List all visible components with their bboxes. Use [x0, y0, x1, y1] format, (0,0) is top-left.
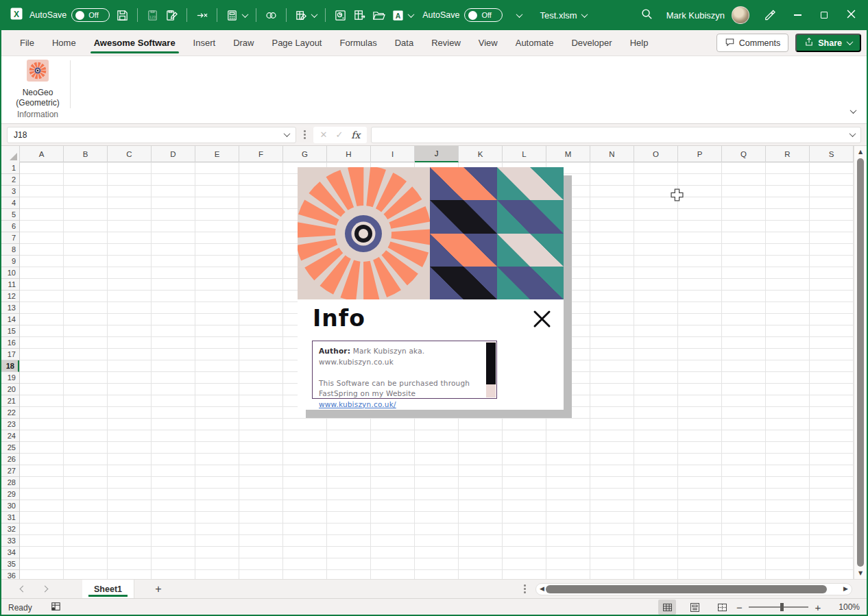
row-header-18[interactable]: 18 — [1, 360, 19, 372]
tab-insert[interactable]: Insert — [184, 30, 225, 56]
tab-help[interactable]: Help — [621, 30, 658, 56]
row-header-2[interactable]: 2 — [1, 174, 19, 186]
textbox-scrollbar[interactable] — [486, 342, 496, 397]
cancel-icon[interactable]: ✕ — [320, 130, 328, 140]
sheet-export-icon[interactable] — [353, 9, 366, 22]
row-header-33[interactable]: 33 — [1, 535, 19, 547]
formula-input[interactable] — [371, 127, 861, 143]
normal-view-icon[interactable] — [658, 600, 676, 615]
column-header-M[interactable]: M — [546, 146, 590, 162]
delete-row-icon[interactable] — [195, 9, 208, 22]
scroll-right-icon[interactable]: ▶ — [843, 585, 848, 592]
tab-awesome-software[interactable]: Awesome Software — [85, 30, 184, 56]
qat-overflow-icon[interactable] — [516, 11, 523, 18]
dialog-close-icon[interactable] — [532, 309, 552, 332]
row-header-23[interactable]: 23 — [1, 419, 19, 430]
column-header-H[interactable]: H — [327, 146, 371, 162]
zoom-in-button[interactable]: + — [815, 602, 821, 613]
neogeo-geometric-button[interactable]: NeoGeo (Geometric) — [7, 60, 69, 108]
tab-formulas[interactable]: Formulas — [330, 30, 385, 56]
search-icon[interactable] — [640, 8, 653, 23]
column-header-L[interactable]: L — [503, 146, 546, 162]
horizontal-scroll-thumb[interactable] — [546, 585, 827, 593]
row-header-8[interactable]: 8 — [1, 244, 19, 256]
row-header-9[interactable]: 9 — [1, 256, 19, 267]
row-header-28[interactable]: 28 — [1, 477, 19, 489]
next-sheet-icon[interactable] — [42, 586, 49, 593]
workbook-icon[interactable] — [334, 9, 347, 22]
row-header-4[interactable]: 4 — [1, 197, 19, 209]
row-header-22[interactable]: 22 — [1, 407, 19, 419]
page-layout-view-icon[interactable] — [686, 600, 703, 615]
zoom-out-button[interactable]: − — [736, 602, 743, 613]
row-header-35[interactable]: 35 — [1, 558, 19, 570]
link-icon[interactable] — [265, 9, 278, 22]
column-header-Q[interactable]: Q — [722, 146, 766, 162]
insert-function-icon[interactable]: fx — [351, 130, 360, 140]
dialog-textbox[interactable]: Author: Mark Kubiszyn aka. www.kubiszyn.… — [312, 341, 497, 399]
row-header-24[interactable]: 24 — [1, 430, 19, 442]
share-button[interactable]: Share — [795, 34, 861, 52]
textbox-scroll-thumb[interactable] — [486, 343, 496, 384]
row-header-21[interactable]: 21 — [1, 395, 19, 407]
tab-automate[interactable]: Automate — [507, 30, 563, 56]
row-header-5[interactable]: 5 — [1, 209, 19, 221]
tab-file[interactable]: File — [11, 30, 43, 56]
macro-record-icon[interactable] — [50, 602, 62, 614]
collapse-ribbon-icon[interactable] — [850, 107, 857, 114]
sheet-tab-sheet1[interactable]: Sheet1 — [82, 580, 134, 598]
folder-open-icon[interactable] — [372, 9, 385, 22]
tab-view[interactable]: View — [470, 30, 507, 56]
column-header-B[interactable]: B — [64, 146, 108, 162]
row-header-7[interactable]: 7 — [1, 232, 19, 244]
row-header-29[interactable]: 29 — [1, 489, 19, 500]
row-header-11[interactable]: 11 — [1, 279, 19, 291]
expand-formula-bar-icon[interactable] — [849, 130, 856, 137]
save-icon[interactable] — [116, 9, 129, 22]
row-header-31[interactable]: 31 — [1, 512, 19, 523]
tab-draw[interactable]: Draw — [224, 30, 263, 56]
row-header-15[interactable]: 15 — [1, 325, 19, 337]
scroll-up-icon[interactable]: ▲ — [854, 149, 867, 155]
row-header-16[interactable]: 16 — [1, 337, 19, 349]
zoom-slider-thumb[interactable] — [780, 603, 784, 611]
column-header-J[interactable]: J — [415, 146, 459, 162]
user-avatar[interactable] — [732, 6, 749, 24]
scroll-left-icon[interactable]: ◀ — [540, 585, 544, 592]
row-header-30[interactable]: 30 — [1, 500, 19, 512]
column-header-R[interactable]: R — [766, 146, 810, 162]
column-header-P[interactable]: P — [678, 146, 722, 162]
row-header-6[interactable]: 6 — [1, 221, 19, 232]
row-header-1[interactable]: 1 — [1, 162, 19, 174]
column-header-I[interactable]: I — [371, 146, 415, 162]
row-header-12[interactable]: 12 — [1, 291, 19, 302]
column-header-G[interactable]: G — [283, 146, 327, 162]
tab-page-layout[interactable]: Page Layout — [263, 30, 330, 56]
tab-review[interactable]: Review — [422, 30, 470, 56]
inking-pen-icon[interactable] — [763, 8, 776, 23]
column-header-A[interactable]: A — [20, 146, 64, 162]
column-header-C[interactable]: C — [108, 146, 152, 162]
row-header-26[interactable]: 26 — [1, 454, 19, 465]
horizontal-scrollbar[interactable]: ◀ ▶ — [535, 583, 852, 595]
page-break-preview-icon[interactable] — [713, 600, 731, 615]
row-header-36[interactable]: 36 — [1, 570, 19, 579]
minimize-button[interactable] — [794, 14, 801, 16]
row-header-19[interactable]: 19 — [1, 372, 19, 384]
comments-button[interactable]: Comments — [716, 34, 788, 52]
clipboard-123-icon[interactable]: 123 — [146, 9, 159, 22]
prev-sheet-icon[interactable] — [20, 586, 27, 593]
row-header-17[interactable]: 17 — [1, 349, 19, 360]
font-box-icon[interactable]: A — [391, 9, 413, 22]
scroll-down-icon[interactable]: ▼ — [854, 570, 867, 576]
zoom-slider[interactable] — [749, 606, 809, 608]
vertical-scrollbar[interactable]: ▲ ▼ — [854, 146, 867, 579]
excel-logo-icon[interactable]: X — [10, 7, 23, 23]
name-box[interactable]: J18 — [7, 127, 296, 143]
column-header-F[interactable]: F — [239, 146, 283, 162]
row-header-27[interactable]: 27 — [1, 465, 19, 477]
row-header-25[interactable]: 25 — [1, 442, 19, 454]
website-link[interactable]: www.kubiszyn.co.uk/ — [319, 400, 396, 408]
close-button[interactable] — [847, 9, 856, 21]
enter-icon[interactable]: ✓ — [335, 130, 343, 140]
